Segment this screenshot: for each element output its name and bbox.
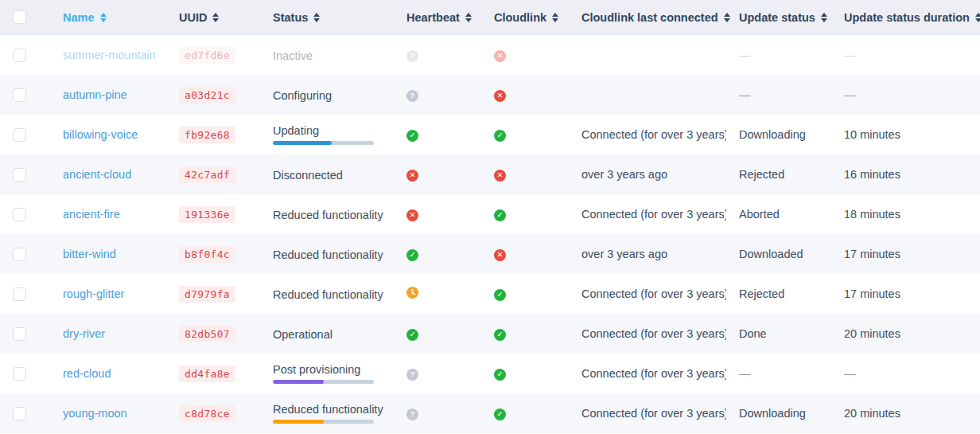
- column-header[interactable]: UUID: [166, 11, 260, 24]
- status-label: Disconnected: [273, 169, 343, 182]
- heartbeat-cell: [394, 287, 481, 301]
- device-name-link[interactable]: billowing-voice: [63, 128, 138, 141]
- row-checkbox-cell: [0, 167, 50, 182]
- update-status-cell: Aborted: [726, 208, 831, 221]
- row-checkbox[interactable]: [13, 248, 26, 261]
- device-name-link[interactable]: rough-glitter: [63, 287, 124, 300]
- clock-circle-icon: [406, 287, 418, 299]
- row-checkbox[interactable]: [13, 287, 26, 301]
- row-checkbox[interactable]: [13, 208, 26, 221]
- cloudlink-cell: ✓: [481, 406, 569, 420]
- status-cell: Updating: [260, 124, 394, 145]
- row-checkbox[interactable]: [13, 49, 26, 62]
- row-checkbox[interactable]: [13, 327, 26, 341]
- sort-icon[interactable]: [821, 13, 827, 22]
- row-checkbox-cell: [0, 127, 50, 142]
- device-name-link[interactable]: autumn-pine: [63, 88, 127, 101]
- uuid-badge: 42c7adf: [179, 166, 235, 183]
- uuid-cell: 42c7adf: [166, 166, 260, 183]
- table-row: rough-glitter d7979fa Reduced functional…: [0, 274, 980, 314]
- status-cell: Reduced functionality: [260, 287, 394, 300]
- device-name-link[interactable]: summer-mountain: [63, 49, 156, 61]
- update-status-label: —: [739, 49, 751, 61]
- update-status-label: Rejected: [739, 168, 784, 181]
- update-status-cell: Done: [726, 327, 831, 340]
- row-checkbox-cell: [0, 406, 50, 420]
- update-duration-label: 20 minutes: [844, 327, 900, 340]
- check-circle-icon: ✓: [494, 329, 506, 341]
- column-header-label: Heartbeat: [406, 11, 460, 24]
- table-row: ancient-cloud 42c7adf Disconnected ✕ ✕ o…: [0, 154, 980, 194]
- name-cell: young-moon: [50, 407, 166, 420]
- last-connected-cell: over 3 years ago: [569, 248, 726, 260]
- name-cell: billowing-voice: [50, 128, 166, 141]
- table-row: billowing-voice fb92e68 Updating ✓ ✓ Con…: [0, 115, 980, 154]
- device-name-link[interactable]: red-cloud: [63, 367, 111, 380]
- sort-icon[interactable]: [313, 13, 320, 22]
- device-name-link[interactable]: bitter-wind: [63, 248, 116, 260]
- row-checkbox[interactable]: [13, 367, 26, 381]
- sort-icon[interactable]: [552, 13, 558, 22]
- sort-icon[interactable]: [975, 13, 980, 22]
- select-all-checkbox[interactable]: [13, 10, 26, 24]
- cloudlink-cell: ✓: [481, 207, 569, 221]
- update-status-cell: Rejected: [726, 168, 831, 181]
- table-header: Name UUID Status Heartbeat Cloudlink Clo…: [0, 0, 980, 35]
- uuid-badge: d7979fa: [179, 286, 235, 303]
- row-checkbox-cell: [0, 88, 50, 102]
- cloudlink-cell: ✕: [481, 167, 569, 181]
- status-cell: Reduced functionality: [260, 403, 394, 424]
- status-cell: Inactive: [260, 48, 394, 61]
- update-duration-label: 17 minutes: [844, 248, 900, 260]
- check-circle-icon: ✓: [494, 369, 506, 381]
- row-checkbox-cell: [0, 366, 50, 381]
- device-name-link[interactable]: young-moon: [63, 407, 127, 420]
- device-name-link[interactable]: dry-river: [63, 327, 105, 340]
- heartbeat-cell: ✓: [394, 247, 481, 260]
- column-header[interactable]: Status: [260, 11, 394, 24]
- last-connected-label: Connected (for over 3 years): [581, 327, 726, 340]
- check-circle-icon: ✓: [494, 209, 506, 221]
- column-header[interactable]: Cloudlink: [481, 11, 569, 24]
- column-header-label: Update status: [739, 11, 815, 24]
- column-header[interactable]: Name: [50, 11, 166, 24]
- device-name-link[interactable]: ancient-fire: [63, 208, 120, 221]
- status-label: Inactive: [273, 49, 313, 62]
- status-progress-bar: [273, 420, 374, 424]
- header-checkbox-cell: [0, 10, 50, 25]
- column-header[interactable]: Heartbeat: [394, 11, 481, 24]
- x-circle-icon: ✕: [494, 90, 506, 102]
- question-circle-icon: ?: [406, 50, 418, 62]
- row-checkbox-cell: [0, 207, 50, 221]
- column-header[interactable]: Cloudlink last connected: [569, 11, 726, 24]
- sort-icon[interactable]: [212, 13, 219, 22]
- sort-icon[interactable]: [465, 13, 472, 22]
- status-cell: Reduced functionality: [260, 207, 394, 221]
- row-checkbox[interactable]: [13, 407, 26, 420]
- uuid-badge: 82db507: [179, 326, 235, 342]
- heartbeat-cell: ?: [394, 88, 481, 101]
- update-status-label: Aborted: [739, 208, 780, 221]
- column-header[interactable]: Update status: [726, 11, 831, 24]
- device-name-link[interactable]: ancient-cloud: [63, 168, 131, 181]
- update-duration-label: 16 minutes: [844, 168, 900, 181]
- device-table: Name UUID Status Heartbeat Cloudlink Clo…: [0, 0, 980, 433]
- update-duration-cell: —: [831, 49, 980, 61]
- column-header-label: Name: [63, 11, 95, 24]
- row-checkbox[interactable]: [13, 128, 26, 142]
- check-circle-icon: ✓: [494, 409, 506, 420]
- update-duration-cell: 20 minutes: [831, 327, 980, 340]
- question-circle-icon: ?: [406, 369, 418, 381]
- sort-icon[interactable]: [100, 13, 107, 22]
- update-status-label: —: [739, 88, 751, 101]
- column-header-label: Cloudlink: [494, 11, 546, 24]
- heartbeat-cell: ?: [394, 366, 481, 380]
- status-label: Reduced functionality: [273, 403, 383, 416]
- column-header[interactable]: Update status duration: [831, 11, 980, 24]
- row-checkbox[interactable]: [13, 88, 26, 102]
- update-status-label: Downloaded: [739, 248, 803, 260]
- update-duration-label: —: [844, 367, 856, 380]
- cloudlink-cell: ✓: [481, 287, 569, 300]
- row-checkbox[interactable]: [13, 168, 26, 182]
- last-connected-label: Connected (for over 3 years): [581, 287, 726, 300]
